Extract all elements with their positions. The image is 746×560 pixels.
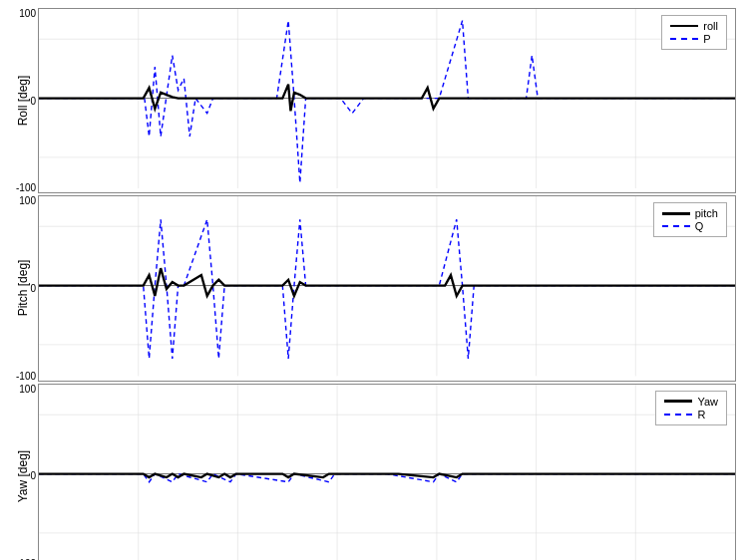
pitch-legend-item-q: Q <box>662 220 718 232</box>
roll-legend: roll P <box>661 15 727 50</box>
roll-panel: Roll [deg] 100 0 -100 <box>8 8 736 193</box>
roll-plot: roll P <box>38 8 736 193</box>
pitch-panel: Pitch [deg] 100 0 -100 <box>8 195 736 381</box>
yaw-panel: Yaw [deg] 100 0 -100 <box>8 384 736 560</box>
yaw-legend: Yaw R <box>655 391 727 425</box>
roll-legend-label-p: P <box>703 33 710 45</box>
yaw-legend-label-r: R <box>697 409 705 420</box>
yaw-plot: Yaw R <box>38 384 736 560</box>
roll-legend-item-p: P <box>670 33 718 45</box>
roll-legend-item-roll: roll <box>670 20 718 32</box>
pitch-legend-item-pitch: pitch <box>662 207 718 219</box>
roll-legend-line-dashed <box>670 38 698 40</box>
roll-legend-label-roll: roll <box>703 20 718 32</box>
pitch-plot: pitch Q <box>38 195 736 381</box>
yaw-legend-item-yaw: Yaw <box>664 396 718 408</box>
yaw-legend-line-solid <box>664 400 692 403</box>
yaw-legend-item-r: R <box>664 409 718 420</box>
chart-container: Roll [deg] 100 0 -100 <box>0 0 746 560</box>
roll-legend-line-solid <box>670 25 698 28</box>
pitch-legend-line-solid <box>662 212 690 215</box>
pitch-y-ticks: 100 0 -100 <box>10 195 36 381</box>
yaw-legend-label-yaw: Yaw <box>697 396 718 408</box>
roll-y-ticks: 100 0 -100 <box>10 8 36 193</box>
pitch-legend-line-dashed <box>662 225 690 227</box>
yaw-y-ticks: 100 0 -100 <box>10 384 36 560</box>
pitch-legend-label-q: Q <box>695 220 704 232</box>
pitch-legend: pitch Q <box>653 202 727 237</box>
pitch-legend-label-pitch: pitch <box>695 207 718 219</box>
yaw-legend-line-dashed <box>664 414 692 416</box>
